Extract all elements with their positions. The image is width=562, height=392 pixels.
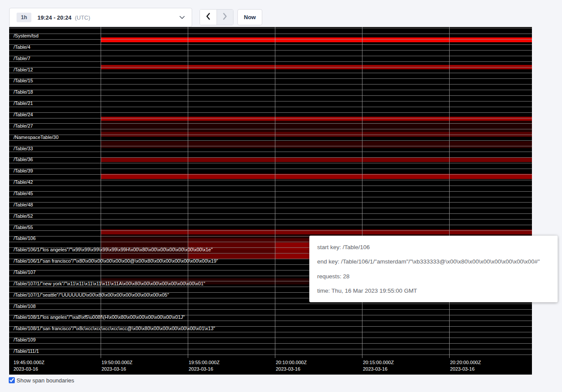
tooltip-requests: requests: 28 xyxy=(317,273,550,280)
row-label: /Table/12 xyxy=(14,67,33,73)
chevron-right-icon xyxy=(223,13,227,22)
span-boundary-line xyxy=(9,332,532,332)
span-boundary-line xyxy=(9,208,532,208)
utc-suffix: (UTC) xyxy=(73,14,90,21)
heat-band xyxy=(101,174,532,179)
range-label: 19:24 - 20:24 (UTC) xyxy=(37,14,90,21)
span-boundary-line xyxy=(9,152,532,152)
span-boundary-line xyxy=(9,56,532,56)
row-label: /System/tsd xyxy=(14,33,38,39)
time-bucket-line xyxy=(362,27,362,358)
span-boundary-line xyxy=(9,304,532,304)
row-label: /Table/55 xyxy=(14,225,33,230)
time-bucket-line xyxy=(101,27,101,358)
span-boundary-line xyxy=(9,50,532,51)
row-label: /Table/15 xyxy=(14,78,33,84)
heat-band xyxy=(101,117,532,121)
chevron-down-icon xyxy=(179,16,185,19)
range-duration-badge: 1h xyxy=(17,13,31,22)
span-boundary-line xyxy=(9,34,532,34)
row-label: /Table/108 xyxy=(14,304,36,309)
row-label: /Table/48 xyxy=(14,202,33,208)
now-button[interactable]: Now xyxy=(237,9,262,25)
key-visualizer-canvas[interactable]: /System/tsd/Table/4/Table/7/Table/12/Tab… xyxy=(9,27,532,375)
span-boundary-line xyxy=(9,73,532,73)
span-boundary-line xyxy=(9,163,532,163)
span-tooltip: start key: /Table/106 end key: /Table/10… xyxy=(309,236,558,302)
span-boundary-line xyxy=(9,338,532,338)
span-boundary-line xyxy=(9,90,532,90)
span-boundary-line xyxy=(9,321,532,321)
row-label: /Table/107/1/"seattle"/"UUUUUUD\x00\x80\… xyxy=(14,292,169,298)
row-label: /Table/33 xyxy=(14,146,33,152)
row-label: /Table/111/1 xyxy=(14,348,39,354)
row-label: /Table/109 xyxy=(14,337,36,343)
row-label: /Table/4 xyxy=(14,44,30,50)
row-label: /Table/107/1/"new york"/"\x11\x11\x11\x1… xyxy=(14,281,205,287)
span-boundary-line xyxy=(9,61,532,62)
span-boundary-line xyxy=(9,39,532,40)
span-boundary-line xyxy=(9,67,532,68)
time-bucket-line xyxy=(449,27,450,358)
span-boundary-line xyxy=(9,140,532,141)
span-boundary-line xyxy=(9,101,532,101)
span-boundary-line xyxy=(9,84,532,84)
time-bucket-line xyxy=(188,27,188,358)
span-boundary-line xyxy=(9,78,532,79)
tooltip-time: time: Thu, 16 Mar 2023 19:55:00 GMT xyxy=(317,287,550,294)
span-boundary-line xyxy=(9,230,532,231)
row-label: /Table/42 xyxy=(14,179,33,185)
span-boundary-line xyxy=(9,146,532,146)
span-boundary-line xyxy=(9,355,532,355)
span-boundary-line xyxy=(9,107,532,107)
row-label: /Table/36 xyxy=(14,157,33,162)
span-boundary-line xyxy=(9,169,532,169)
row-label: /Table/27 xyxy=(14,123,33,129)
span-boundary-line xyxy=(9,157,532,158)
heat-band xyxy=(101,121,532,132)
time-bucket-line xyxy=(275,27,275,358)
span-boundary-line xyxy=(9,225,532,225)
heat-band xyxy=(101,158,532,162)
next-time-button[interactable] xyxy=(217,10,234,25)
span-boundary-line xyxy=(9,135,532,135)
span-boundary-line xyxy=(9,112,532,113)
time-range-dropdown[interactable]: 1h 19:24 - 20:24 (UTC) xyxy=(9,8,192,27)
show-span-boundaries-label: Show span boundaries xyxy=(17,377,74,384)
row-label: /Table/106/1/"san francisco"/"\x80\x00\x… xyxy=(14,258,218,264)
row-label: /Table/21 xyxy=(14,101,33,106)
span-boundary-line xyxy=(9,219,532,220)
row-label: /Table/7 xyxy=(14,56,30,61)
span-boundary-line xyxy=(9,186,532,186)
row-label: /Table/39 xyxy=(14,168,33,174)
row-label: /Table/52 xyxy=(14,213,33,219)
span-boundary-line xyxy=(9,202,532,203)
span-boundary-line xyxy=(9,95,532,96)
row-label: /Table/107 xyxy=(14,270,36,275)
span-boundary-line xyxy=(9,197,532,197)
row-label: /Table/106/1/"los angeles"/"\x99\x99\x99… xyxy=(14,247,213,253)
row-label: /Table/108/1/"san francisco"/"\x8c\xcc\x… xyxy=(14,326,215,331)
row-label: /Table/18 xyxy=(14,89,33,95)
x-axis-tick: 20:15:00.000Z2023-03-16 xyxy=(363,359,394,372)
footer-controls: Show span boundaries xyxy=(9,377,74,384)
span-boundary-line xyxy=(9,349,532,349)
span-boundary-line xyxy=(9,28,532,28)
x-axis-tick: 19:55:00.000Z2023-03-16 xyxy=(189,359,220,372)
span-boundary-line xyxy=(9,309,532,310)
heat-band xyxy=(101,37,532,42)
tooltip-start-key: start key: /Table/106 xyxy=(317,244,550,250)
x-axis-tick: 20:10:00.000Z2023-03-16 xyxy=(276,359,307,372)
span-boundary-line xyxy=(9,44,532,45)
x-axis-tick: 19:50:00.000Z2023-03-16 xyxy=(102,359,132,372)
tooltip-end-key: end key: /Table/106/1/"amsterdam"/"\xb33… xyxy=(317,258,550,265)
span-boundary-line xyxy=(9,191,532,192)
prev-time-button[interactable] xyxy=(200,10,217,25)
row-label: /NamespaceTable/30 xyxy=(14,135,58,140)
row-label: /Table/108/1/"los angeles"/"\xa8\xf5\u00… xyxy=(14,314,185,320)
span-boundary-line xyxy=(9,129,532,129)
span-boundary-line xyxy=(9,118,532,118)
span-boundary-line xyxy=(9,123,532,124)
show-span-boundaries-checkbox[interactable] xyxy=(9,377,15,383)
row-label: /Table/45 xyxy=(14,191,33,196)
